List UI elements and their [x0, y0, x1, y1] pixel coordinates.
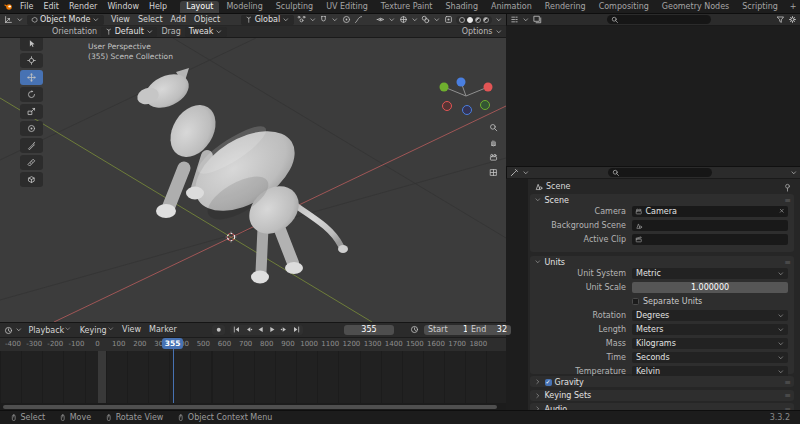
- visibility-dropdown-icon[interactable]: [376, 15, 385, 24]
- timeline-menu-playback[interactable]: Playback: [25, 325, 76, 335]
- overlays-chevron-icon[interactable]: [433, 16, 441, 24]
- properties-filter-chevron-icon[interactable]: [790, 169, 798, 177]
- workspace-tab-texture-paint[interactable]: Texture Paint: [375, 1, 439, 13]
- panel-header-scene[interactable]: Scene≡: [530, 194, 794, 206]
- panel-collapse-icon[interactable]: [534, 196, 542, 204]
- outliner-search-input[interactable]: [607, 15, 711, 24]
- workspace-tab-layout[interactable]: Layout: [180, 1, 219, 13]
- tool-annotate-button[interactable]: [20, 138, 43, 153]
- tool-rotate-button[interactable]: [20, 87, 43, 102]
- snap-magnet-icon[interactable]: [319, 15, 328, 24]
- panel-header-keying sets[interactable]: Keying Sets≡: [530, 390, 794, 402]
- zoom-view-icon[interactable]: [486, 121, 500, 133]
- dropdown-mass[interactable]: Kilograms: [632, 338, 788, 349]
- panel-header-gravity[interactable]: Gravity≡: [530, 376, 794, 388]
- play-button[interactable]: [267, 325, 278, 335]
- drag-dropdown[interactable]: Tweak: [185, 27, 227, 37]
- editor-type-3d-icon[interactable]: [4, 15, 13, 24]
- properties-editor-chevron-icon[interactable]: [522, 169, 530, 177]
- viewport-3d[interactable]: User Perspective (355) Scene Collection: [0, 38, 506, 322]
- next-keyframe-button[interactable]: [279, 325, 290, 335]
- panel-header-audio[interactable]: Audio≡: [530, 403, 794, 410]
- orientation-default-dropdown[interactable]: Default: [101, 27, 157, 37]
- play-reverse-button[interactable]: [255, 325, 266, 335]
- overlays-toggle-icon[interactable]: [421, 15, 430, 24]
- visibility-chevron-icon[interactable]: [388, 16, 396, 24]
- timeline-menu-view[interactable]: View: [118, 325, 145, 335]
- dropdown-unit-system[interactable]: Metric: [632, 268, 788, 279]
- outliner-editor-chevron-icon[interactable]: [522, 16, 530, 24]
- clear-icon[interactable]: [778, 207, 786, 215]
- shading-chevron-icon[interactable]: [495, 16, 503, 24]
- viewport-menu-view[interactable]: View: [107, 15, 134, 24]
- dropdown-time[interactable]: Seconds: [632, 352, 788, 363]
- pin-id-icon[interactable]: [783, 183, 792, 192]
- mode-dropdown[interactable]: Object Mode: [27, 15, 104, 25]
- add-workspace-button[interactable]: +: [786, 1, 800, 12]
- panel-expand-icon[interactable]: [534, 392, 542, 400]
- menu-edit[interactable]: Edit: [38, 1, 64, 12]
- editor-type-timeline-icon[interactable]: [4, 326, 13, 335]
- editor-type-outliner-icon[interactable]: [510, 15, 519, 24]
- shading-rendered-button[interactable]: [483, 17, 489, 23]
- camera-view-icon[interactable]: [486, 151, 500, 163]
- ortho-toggle-icon[interactable]: [486, 166, 500, 178]
- workspace-tab-scripting[interactable]: Scripting: [736, 1, 784, 13]
- gizmos-chevron-icon[interactable]: [411, 16, 419, 24]
- xray-toggle-icon[interactable]: [444, 15, 453, 24]
- menu-window[interactable]: Window: [102, 1, 144, 12]
- tool-select-box-button[interactable]: [20, 38, 43, 51]
- jump-to-start-button[interactable]: [231, 325, 242, 335]
- menu-help[interactable]: Help: [144, 1, 172, 12]
- viewport-menu-object[interactable]: Object: [190, 15, 224, 24]
- shading-material-button[interactable]: [475, 17, 481, 23]
- timeline-scrollbar[interactable]: [0, 403, 506, 410]
- workspace-tab-shading[interactable]: Shading: [439, 1, 484, 13]
- frame-end-field[interactable]: End 32: [467, 325, 511, 335]
- lioness-model[interactable]: [135, 68, 348, 284]
- timeline-ruler[interactable]: -400-300-200-100010020030040050060070080…: [0, 337, 506, 352]
- pan-view-icon[interactable]: [486, 136, 500, 148]
- snap-chevron-icon[interactable]: [331, 16, 339, 24]
- orientation-dropdown[interactable]: Global: [241, 15, 294, 25]
- options-dropdown[interactable]: Options: [462, 27, 502, 36]
- timeline-scrollbar-thumb[interactable]: [3, 405, 497, 409]
- blender-logo-icon[interactable]: [4, 2, 13, 11]
- pivot-chevron-icon[interactable]: [309, 16, 317, 24]
- viewport-menu-add[interactable]: Add: [167, 15, 191, 24]
- timeline-menu-marker[interactable]: Marker: [145, 325, 181, 335]
- tool-transform-button[interactable]: [20, 121, 43, 136]
- gizmos-toggle-icon[interactable]: [399, 15, 408, 24]
- workspace-tab-modeling[interactable]: Modeling: [220, 1, 268, 13]
- proportional-editing-icon[interactable]: [342, 15, 351, 24]
- dropdown-length[interactable]: Meters: [632, 324, 788, 335]
- timeline-track-area[interactable]: [0, 351, 506, 403]
- properties-search-input[interactable]: [608, 168, 712, 177]
- workspace-tab-compositing[interactable]: Compositing: [593, 1, 655, 13]
- menu-render[interactable]: Render: [64, 1, 102, 12]
- panel-collapse-icon[interactable]: [534, 258, 542, 266]
- object-field-camera[interactable]: Camera: [632, 206, 788, 217]
- display-mode-icon[interactable]: [533, 15, 542, 24]
- timeline-menu-keying[interactable]: Keying: [76, 325, 118, 335]
- tool-move-button[interactable]: [20, 70, 43, 85]
- object-field-background-scene[interactable]: [632, 220, 788, 231]
- playhead-frame-badge[interactable]: 355: [162, 338, 183, 349]
- object-field-active-clip[interactable]: [632, 234, 788, 245]
- navigation-gizmo[interactable]: [430, 74, 500, 118]
- use-preview-range-icon[interactable]: [410, 325, 419, 334]
- tool-scale-button[interactable]: [20, 104, 43, 119]
- slider-unit-scale[interactable]: 1.000000: [632, 282, 788, 293]
- frame-start-field[interactable]: Start 1: [424, 325, 472, 335]
- workspace-tab-sculpting[interactable]: Sculpting: [270, 1, 319, 13]
- panel-enable-checkbox[interactable]: [545, 379, 552, 386]
- menu-file[interactable]: File: [15, 1, 38, 12]
- jump-to-end-button[interactable]: [291, 325, 302, 335]
- previous-keyframe-button[interactable]: [243, 325, 254, 335]
- separate-units-checkbox[interactable]: [632, 298, 639, 305]
- shading-solid-button[interactable]: [467, 17, 473, 23]
- editor-type-properties-icon[interactable]: [510, 168, 519, 177]
- tool-measure-button[interactable]: [20, 155, 43, 170]
- workspace-tab-animation[interactable]: Animation: [485, 1, 538, 13]
- current-frame-field[interactable]: 355: [344, 325, 394, 335]
